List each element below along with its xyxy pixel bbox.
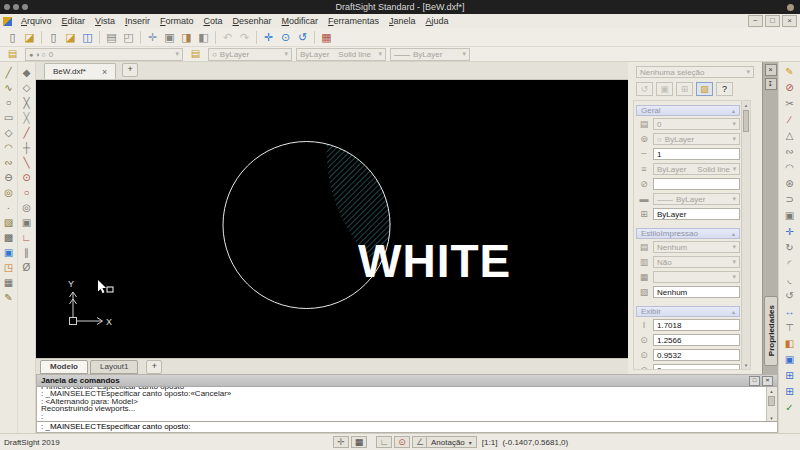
menu-arquivo[interactable]: Arquivo [16, 16, 57, 26]
verify-icon[interactable]: ✓ [782, 400, 798, 416]
menu-modificar[interactable]: Modificar [277, 16, 324, 26]
scroll-up-icon[interactable]: ▴ [742, 101, 750, 109]
color-palette-icon[interactable]: ▦ [318, 29, 335, 45]
offset-icon[interactable]: ⊃ [782, 192, 798, 208]
arc-resize-icon[interactable]: ↺ [782, 288, 798, 304]
esnap-apparent-icon[interactable]: ╳ [19, 110, 34, 125]
transparency-field[interactable] [653, 178, 740, 190]
print-style-field[interactable]: Nenhum▾ [653, 241, 740, 253]
window-dot-2[interactable] [13, 4, 19, 10]
section-header-estiloimpressao[interactable]: EstiloImpressao▴ [636, 228, 740, 239]
trim-icon[interactable]: ⊤ [782, 320, 798, 336]
line-color-combo[interactable]: ○ ByLayer ▾ [208, 48, 292, 61]
insert-block-icon[interactable]: ▣ [1, 245, 16, 260]
draw-polygon-icon[interactable]: ◇ [1, 125, 16, 140]
layer-combo[interactable]: ●◑○ 0 ▾ [25, 48, 183, 61]
pan-icon[interactable]: ✛ [260, 29, 277, 45]
save-icon[interactable]: ◫ [79, 29, 96, 45]
section-header-geral[interactable]: Geral▴ [636, 105, 740, 116]
redo-icon[interactable]: ↷ [236, 29, 253, 45]
menu-ajuda[interactable]: Ajuda [421, 16, 454, 26]
float-window-icon[interactable]: □ [749, 376, 760, 386]
lineweight-field[interactable]: ——ByLayer▾ [653, 193, 740, 205]
command-scrollbar[interactable]: ▴ ▾ [766, 387, 777, 422]
tab-modelo[interactable]: Modelo [40, 360, 88, 374]
esnap-center-icon[interactable]: ⊙ [19, 170, 34, 185]
menu-formato[interactable]: Formato [155, 16, 199, 26]
section-header-exibir[interactable]: Exibir▴ [636, 306, 740, 317]
fillet-icon[interactable]: ◜ [782, 256, 798, 272]
menu-cota[interactable]: Cota [198, 16, 227, 26]
measure-icon[interactable]: △ [782, 128, 798, 144]
close-icon[interactable]: × [782, 15, 797, 27]
print-icon[interactable]: ▤ [103, 29, 120, 45]
properties-painter-icon[interactable]: ✛ [144, 29, 161, 45]
edit-image-icon[interactable]: ◧ [782, 336, 798, 352]
paste-icon[interactable]: ◨ [178, 29, 195, 45]
draw-hatch-icon[interactable]: ▨ [1, 215, 16, 230]
undo-properties-button[interactable]: ↺ [636, 82, 653, 96]
edit-annotation-icon[interactable]: ✎ [782, 64, 798, 80]
esnap-tangent-icon[interactable]: ╲ [19, 155, 34, 170]
scroll-down-icon[interactable]: ▾ [742, 361, 750, 369]
help-button[interactable]: ? [716, 82, 733, 96]
titlebar-menu-icon[interactable] [787, 4, 794, 11]
select-set-button[interactable]: ⊞ [676, 82, 693, 96]
power-trim-icon[interactable]: ✂ [782, 96, 798, 112]
copy-properties-button[interactable]: ▣ [656, 82, 673, 96]
new-drawing-icon[interactable]: ▯ [45, 29, 62, 45]
close-icon[interactable]: × [102, 67, 107, 77]
draw-ellipse-icon[interactable]: ⊖ [1, 170, 16, 185]
draw-polyline-icon[interactable]: ∿ [1, 80, 16, 95]
grid-toggle[interactable]: ▦ [351, 436, 367, 448]
print-table-name-field[interactable]: Nenhum [653, 286, 740, 298]
format-painter-icon[interactable]: ◧ [195, 29, 212, 45]
edit-region-icon[interactable]: ▣ [782, 208, 798, 224]
document-tab[interactable]: BeW.dxf* × [44, 63, 116, 79]
tab-layout1[interactable]: Layout1 [90, 360, 138, 374]
undo-icon[interactable]: ↶ [219, 29, 236, 45]
draw-point-icon[interactable]: ∙ [1, 200, 16, 215]
minimize-icon[interactable]: − [748, 15, 763, 27]
window-dot-3[interactable] [22, 4, 28, 10]
close-icon[interactable]: × [765, 64, 777, 76]
draw-arc-icon[interactable]: ◠ [1, 140, 16, 155]
ortho-toggle[interactable]: ∟ [376, 436, 392, 448]
esnap-perpendicular-icon[interactable]: ∟ [19, 230, 34, 245]
layer-field[interactable]: 0▾ [653, 118, 740, 130]
rotate-icon[interactable]: ↻ [782, 240, 798, 256]
esnap-intersection-icon[interactable]: ╳ [19, 95, 34, 110]
draw-line-icon[interactable]: ╱ [1, 65, 16, 80]
scrollbar-thumb[interactable] [768, 396, 775, 406]
print-style-table-field[interactable]: Não▾ [653, 256, 740, 268]
annotation-scale-dropdown[interactable]: Anotação ▾ [426, 436, 477, 448]
new-layout-button[interactable]: + [146, 360, 162, 374]
insert-image-icon[interactable]: ◳ [1, 260, 16, 275]
view-radius-1-field[interactable]: 1.2566 [653, 334, 740, 346]
draw-spline-icon[interactable]: ∾ [1, 155, 16, 170]
delete-icon[interactable]: ⊘ [782, 80, 798, 96]
fit-view-icon[interactable]: ▣ [782, 352, 798, 368]
new-tab-button[interactable]: + [122, 63, 138, 77]
esnap-parallel-icon[interactable]: ∥ [19, 245, 34, 260]
print-sheet-field[interactable]: ▾ [653, 271, 740, 283]
new-file-icon[interactable]: ▯ [4, 29, 21, 45]
draw-ring-icon[interactable]: ◎ [1, 185, 16, 200]
pattern-circular-icon[interactable]: ⊞ [782, 384, 798, 400]
draw-region-icon[interactable]: ▩ [1, 230, 16, 245]
weld-icon[interactable]: ∾ [782, 144, 798, 160]
line-color-field[interactable]: ○ByLayer▾ [653, 133, 740, 145]
menu-editar[interactable]: Editar [57, 16, 91, 26]
esnap-extension-icon[interactable]: ╱ [19, 125, 34, 140]
zoom-previous-icon[interactable]: ↺ [294, 29, 311, 45]
selection-combo[interactable]: Nenhuma seleção ▾ [636, 66, 754, 78]
view-radius-3-field[interactable]: 0 [653, 364, 740, 370]
draw-note-icon[interactable]: ✎ [1, 290, 16, 305]
esnap-node-icon[interactable]: ○ [19, 185, 34, 200]
esnap-toggle[interactable]: ⊙ [394, 436, 410, 448]
esnap-none-icon[interactable]: Ø [19, 260, 34, 275]
cursor-height-field[interactable]: 1.7018 [653, 319, 740, 331]
esnap-insertion-icon[interactable]: ▣ [19, 215, 34, 230]
line-style-combo[interactable]: ByLayer Solid line ▾ [296, 48, 386, 61]
print-preview-icon[interactable]: ◰ [120, 29, 137, 45]
